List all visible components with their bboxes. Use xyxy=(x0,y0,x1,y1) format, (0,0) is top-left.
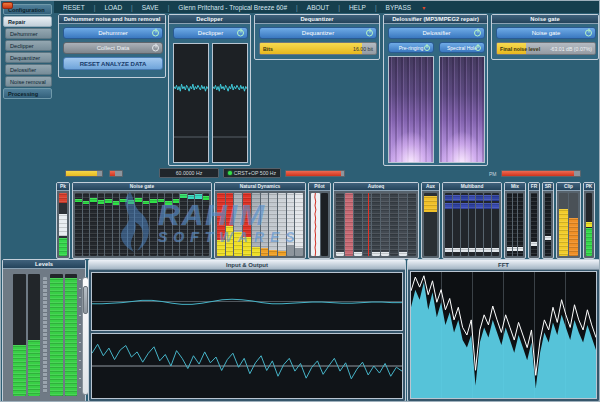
topbar-help[interactable]: HELP xyxy=(340,4,375,11)
slider-fill xyxy=(260,43,362,54)
pilot-trace-area xyxy=(311,193,320,256)
meter-panel-body xyxy=(215,191,305,258)
noise-level-slider[interactable]: Final noise level -63.01 dB (0.07%) xyxy=(496,42,596,55)
yellow-mini-slider[interactable] xyxy=(65,170,103,177)
meter-bar xyxy=(105,193,112,256)
dequantizer-enable-button[interactable]: Dequantizer xyxy=(259,27,377,39)
delossifier-enable-button[interactable]: Delossifier xyxy=(388,27,485,39)
panel-dehummer-title: Dehummer noise and hum removal xyxy=(59,15,165,24)
reset-analyze-data-button[interactable]: RESET ANALYZE DATA xyxy=(63,57,163,70)
sidebar-item-delossifier[interactable]: Delossifier xyxy=(5,64,52,75)
pm-label: PM xyxy=(489,170,497,177)
sidebar-item-declipper[interactable]: Declipper xyxy=(5,40,52,51)
noise-gate-enable-button[interactable]: Noise gate xyxy=(496,27,596,39)
panel-dequantizer-title: Dequantizer xyxy=(255,15,379,24)
hum-frequency-value: 60.0000 Hz xyxy=(176,170,203,176)
declipper-scope-left xyxy=(173,43,209,163)
meter-bar xyxy=(518,193,523,256)
meter-bar xyxy=(345,193,353,256)
meter-bar xyxy=(390,193,398,256)
power-icon xyxy=(152,30,159,37)
sidebar-item-repair[interactable]: Repair xyxy=(3,16,52,27)
sidebar-item-noise-removal[interactable]: Noise removal xyxy=(5,76,52,87)
status-led-icon xyxy=(228,171,232,175)
meter-bar xyxy=(13,274,26,396)
meter-bar xyxy=(180,193,187,256)
meter-panel-title: Pilot xyxy=(309,183,330,191)
meter-bar xyxy=(531,193,537,256)
collect-data-label: Collect Data xyxy=(97,45,130,51)
meter-panel-body xyxy=(422,191,439,258)
delossifier-spectrogram-right xyxy=(439,56,485,163)
topbar-load[interactable]: LOAD xyxy=(95,4,131,11)
meter-bar xyxy=(484,193,491,256)
levels-body xyxy=(3,269,85,401)
dehummer-enable-button[interactable]: Dehummer xyxy=(63,27,163,39)
red-mini-slider[interactable] xyxy=(109,170,123,177)
panel-input-output: Input & Output xyxy=(88,259,406,402)
red-slider-b[interactable] xyxy=(501,170,581,177)
panel-declipper: Declipper Declipper xyxy=(168,14,251,166)
panel-fft: FFT xyxy=(407,259,600,402)
pre-ringing-button[interactable]: Pre-ringing xyxy=(388,42,434,53)
meter-panel-body xyxy=(73,191,211,258)
meter-bar xyxy=(295,193,303,256)
topbar-save[interactable]: SAVE xyxy=(133,4,168,11)
meter-panel-title: Multiband xyxy=(443,183,501,191)
meter-panel-pk: Pk xyxy=(56,182,70,259)
meter-panel-body xyxy=(543,191,553,258)
topbar-about[interactable]: ABOUT xyxy=(298,4,338,11)
meter-bar xyxy=(453,193,460,256)
meter-bar xyxy=(143,193,150,256)
meter-bar xyxy=(513,193,518,256)
panel-dequantizer: Dequantizer Dequantizer Bits 16.00 bit xyxy=(254,14,380,60)
meter-bar xyxy=(469,193,476,256)
topbar-bypass[interactable]: BYPASS xyxy=(377,4,421,11)
meter-bar xyxy=(59,193,67,256)
meter-bar xyxy=(461,193,468,256)
meter-bar xyxy=(381,193,389,256)
meter-panel-noise-gate: Noise gate xyxy=(72,182,212,259)
panel-declipper-title: Declipper xyxy=(169,15,250,24)
slider-fill xyxy=(502,171,574,176)
meter-panel-autoeq: Autoeq xyxy=(333,182,419,259)
mode-value: CRST+OP 500 Hz xyxy=(234,170,276,176)
sidebar-item-processing[interactable]: Processing xyxy=(3,88,52,99)
meter-panel-title: Aux xyxy=(422,183,439,191)
mini-meter xyxy=(43,277,47,393)
topbar: RESET| LOAD| SAVE| Glenn Pritchard - Tro… xyxy=(54,1,599,13)
sidebar-item-dequantizer[interactable]: Dequantizer xyxy=(5,52,52,63)
dequantizer-bits-slider[interactable]: Bits 16.00 bit xyxy=(259,42,377,55)
meter-bar xyxy=(98,193,105,256)
meter-panel-title: Autoeq xyxy=(334,183,418,191)
meter-bar xyxy=(243,193,251,256)
collect-data-button[interactable]: Collect Data xyxy=(63,42,163,54)
meter-bar xyxy=(445,193,452,256)
spectral-hole-label: Spectral Hole xyxy=(447,45,477,51)
meter-bar xyxy=(354,193,362,256)
io-scope-top xyxy=(91,272,403,331)
declipper-enable-button[interactable]: Declipper xyxy=(173,27,248,39)
meter-bar xyxy=(128,193,135,256)
power-icon xyxy=(474,30,481,37)
meter-panel-title: Pk xyxy=(57,183,69,191)
meter-panel-pilot: Pilot xyxy=(308,182,331,259)
power-icon xyxy=(475,45,481,51)
meter-bar xyxy=(586,193,592,256)
meter-bar xyxy=(372,193,380,256)
meter-bar xyxy=(28,274,41,396)
meter-bar xyxy=(559,193,568,256)
topbar-reset[interactable]: RESET xyxy=(54,4,94,11)
spectral-hole-button[interactable]: Spectral Hole xyxy=(439,42,485,53)
meter-panel-title: PK xyxy=(584,183,594,191)
slider-fill xyxy=(110,171,115,176)
slider-label: Final noise level xyxy=(500,46,540,52)
meter-panel-body xyxy=(529,191,539,258)
meter-panel-title: Clip xyxy=(557,183,580,191)
power-icon xyxy=(424,45,430,51)
meter-panel-title: SR xyxy=(543,183,553,191)
red-slider-a[interactable] xyxy=(285,170,345,177)
hum-frequency-readout: 60.0000 Hz xyxy=(159,168,219,178)
meter-bar xyxy=(113,193,120,256)
sidebar-item-dehummer[interactable]: Dehummer xyxy=(5,28,52,39)
